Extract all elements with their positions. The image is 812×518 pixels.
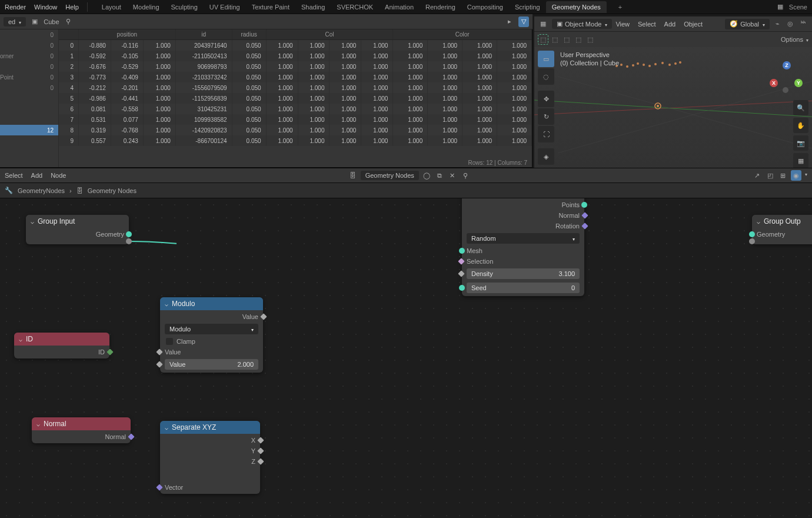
clamp-checkbox[interactable]: Clamp [160,336,263,347]
workspace-tab-uv-editing[interactable]: UV Editing [204,1,246,13]
snap-icon[interactable]: ⊞ [778,170,788,181]
parent-icon[interactable]: ◰ [765,170,776,181]
table-row[interactable]: 80.319-0.7681.000-14209208230.0501.0001.… [59,125,532,135]
table-row[interactable]: 3-0.773-0.4091.000-21033732420.0501.0001… [59,72,532,82]
node-group-output[interactable]: Group Outp Geometry [752,215,812,244]
workspace-tab-shading[interactable]: Shading [295,1,331,13]
orientation-dropdown[interactable]: 🧭 Global [725,19,770,29]
column-header[interactable]: Color [393,29,532,39]
workspace-tab-rendering[interactable]: Rendering [420,1,461,13]
column-header[interactable]: Col [267,29,394,39]
camera-icon[interactable]: 📷 [793,135,808,151]
workspace-tab-texture-paint[interactable]: Texture Paint [246,1,295,13]
node-tree-name-field[interactable]: Geometry Nodes [361,171,419,180]
domain-dropdown[interactable]: ed [4,17,26,26]
overlay-toggle-icon[interactable]: ◉ [791,170,801,181]
table-row[interactable]: 5-0.986-0.4411.000-11529568390.0501.0001… [59,93,532,104]
node-separate-xyz[interactable]: Separate XYZ X Y Z Vector [160,421,260,494]
table-row[interactable]: 70.5310.0771.00010999385820.0501.0001.00… [59,114,532,125]
unlink-icon[interactable]: ✕ [447,170,458,181]
editor-type-icon[interactable]: ▦ [538,19,548,29]
table-row[interactable]: 1-0.592-0.1051.000-21105024130.0501.0001… [59,51,532,61]
perspective-icon[interactable]: ▦ [793,153,808,168]
list-item[interactable]: Point0 [0,72,58,82]
list-item[interactable]: 0 [0,82,58,93]
tool-select-box[interactable]: ▭ [538,51,554,67]
chevron-down-icon[interactable] [804,170,807,181]
duplicate-icon[interactable]: ⧉ [434,170,445,181]
tool-move[interactable]: ✥ [538,91,554,107]
column-header[interactable]: position [79,29,176,39]
workspace-tab-sverchok[interactable]: SVERCHOK [331,1,379,13]
nodetree-browse-icon[interactable]: 🗄 [348,170,358,181]
workspace-tab-modeling[interactable]: Modeling [127,1,165,13]
seed-field[interactable]: Seed0 [467,283,580,293]
workspace-tab-geometry-nodes[interactable]: Geometry Nodes [546,1,607,13]
snap-icon[interactable]: ⌁ [772,19,783,29]
node-normal[interactable]: Normal Normal [32,417,131,443]
menu-help[interactable]: Help [65,4,79,11]
mode-dropdown[interactable]: ▣ Object Mode [552,19,612,29]
list-item-selected[interactable]: 12 [0,125,58,135]
column-header[interactable]: id [176,29,232,39]
tool-transform[interactable]: ◈ [538,148,554,165]
node-editor-canvas[interactable]: Group Input Geometry Group Outp Geometry… [0,198,812,518]
vp-menu-add[interactable]: Add [664,21,676,28]
vp-menu-select[interactable]: Select [638,21,656,28]
viewport-3d-canvas[interactable]: User Perspective (0) Collection | Cube ▭… [534,47,812,168]
overlay-hh-icon[interactable]: ʰʰ [798,19,808,29]
table-row[interactable]: 4-0.212-0.2011.000-15560795090.0501.0001… [59,82,532,93]
ne-menu-node[interactable]: Node [51,172,66,179]
workspace-tab-scripting[interactable]: Scripting [509,1,546,13]
list-item[interactable]: 0 [0,61,58,72]
shield-icon[interactable]: ◯ [421,170,432,181]
node-distribute-points[interactable]: Distribute Points on Faces Points Normal… [462,198,584,296]
zoom-icon[interactable]: 🔍 [793,100,808,115]
vp-menu-object[interactable]: Object [684,21,703,28]
list-item[interactable]: 0 [0,40,58,51]
pin-icon[interactable]: ⚲ [460,170,471,181]
pin-toggle[interactable]: ⚲ [63,16,74,27]
add-workspace-button[interactable]: + [615,2,625,12]
pan-icon[interactable]: ✋ [793,118,808,133]
workspace-tab-compositing[interactable]: Compositing [461,1,509,13]
select-mode-icon[interactable]: ⬚ [573,34,584,45]
select-mode-icon[interactable]: ⬚ [561,34,572,45]
select-mode-icon[interactable]: ⬚ [585,34,595,45]
column-header[interactable] [59,29,79,39]
node-id[interactable]: ID ID [14,333,109,358]
filter-icon[interactable]: ▽ [518,16,529,27]
options-dropdown[interactable]: Options [781,36,808,43]
tool-rotate[interactable]: ↻ [538,108,554,125]
tool-cursor[interactable]: ◌ [538,68,554,85]
select-mode-icon[interactable]: ⬚ [550,34,560,45]
math-operation-dropdown[interactable]: Modulo [165,324,258,334]
tool-scale[interactable]: ⛶ [538,126,554,142]
workspace-tab-sculpting[interactable]: Sculpting [165,1,204,13]
nav-gizmo[interactable]: Z X Y [770,61,803,94]
table-row[interactable]: 0-0.880-0.1161.00020439716400.0501.0001.… [59,40,532,51]
distribute-mode-dropdown[interactable]: Random [467,233,580,244]
workspace-tab-layout[interactable]: Layout [96,1,127,13]
table-row[interactable]: 90.5570.2431.000-8667001240.0501.0001.00… [59,135,532,146]
select-mode-icon[interactable]: ⬚ [538,34,548,45]
ne-menu-add[interactable]: Add [31,172,43,179]
proportional-icon[interactable]: ◎ [785,19,796,29]
density-field[interactable]: Density3.100 [467,268,580,279]
breadcrumb-modifier[interactable]: GeometryNodes [18,187,65,194]
list-item[interactable]: 0 [0,29,58,40]
scene-icon[interactable]: ▦ [775,2,786,12]
vp-menu-view[interactable]: View [615,21,630,28]
list-item[interactable]: orner0 [0,51,58,61]
breadcrumb-tree[interactable]: Geometry Nodes [88,187,137,194]
ne-menu-select[interactable]: Select [5,172,23,179]
node-group-input[interactable]: Group Input Geometry [26,215,129,244]
menu-window[interactable]: Window [34,4,57,11]
column-header[interactable]: radius [232,29,267,39]
toggle-icon[interactable]: ▸ [504,16,515,27]
workspace-tab-animation[interactable]: Animation [379,1,420,13]
table-row[interactable]: 2-0.676-0.5291.0009069987930.0501.0001.0… [59,61,532,72]
node-modulo[interactable]: Modulo Value Modulo Clamp Value Value2.0… [160,297,263,373]
value-field[interactable]: Value2.000 [165,359,258,370]
menu-render[interactable]: Render [5,4,26,11]
